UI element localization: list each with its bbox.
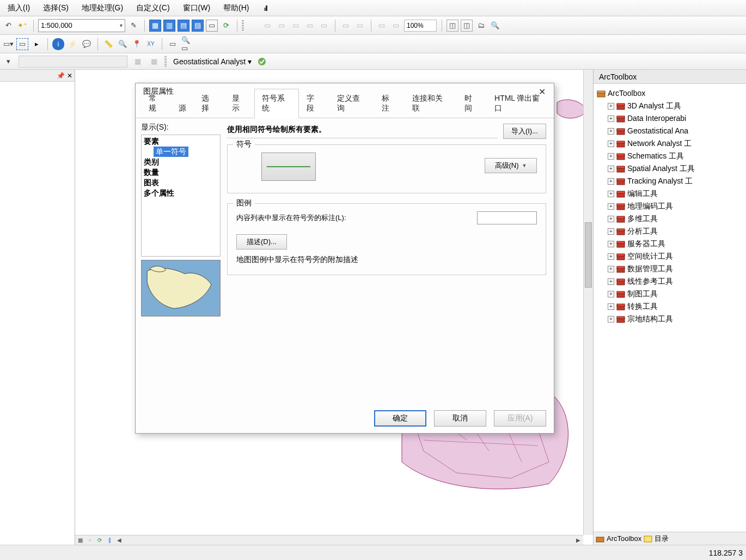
refresh-icon[interactable]: ⟳ <box>95 536 105 545</box>
tab-html-popup[interactable]: HTML 弹出窗口 <box>487 89 554 118</box>
goto-icon[interactable]: 📍 <box>131 38 143 50</box>
add-data-button[interactable]: ✦⁺ <box>16 20 28 32</box>
flash-icon[interactable]: ⚡ <box>66 38 78 50</box>
expander-icon[interactable]: + <box>608 266 614 272</box>
tb-icon[interactable]: ▦ <box>149 20 161 32</box>
tb-icon[interactable]: ▾ <box>2 56 14 68</box>
expander-icon[interactable]: + <box>608 178 614 185</box>
expander-icon[interactable]: + <box>608 141 614 147</box>
tree-categories[interactable]: 类别 <box>144 157 218 167</box>
menu-customize[interactable]: 自定义(C) <box>133 1 173 15</box>
tab-selection[interactable]: 选择 <box>194 89 224 118</box>
tb-icon[interactable]: ⟳ <box>220 20 232 32</box>
zoom-dropdown[interactable]: 100% <box>404 20 437 32</box>
pin-icon[interactable]: 📌 <box>57 72 65 80</box>
editor-toolbar-icon[interactable]: ✎ <box>127 20 139 32</box>
import-button[interactable]: 导入(I)... <box>503 124 546 139</box>
footer-tab-catalog[interactable]: 目录 <box>655 534 669 544</box>
toolbox-item[interactable]: +Schematics 工具 <box>597 150 743 162</box>
toolbox-item[interactable]: +多维工具 <box>597 212 743 225</box>
tree-charts[interactable]: 图表 <box>144 178 218 188</box>
footer-tab-arctoolbox[interactable]: ArcToolbox <box>607 534 641 543</box>
tb-icon[interactable]: ◫ <box>447 20 458 32</box>
toolbox-item[interactable]: +服务器工具 <box>597 238 743 250</box>
toggle-button[interactable] <box>259 2 271 14</box>
tab-definition-query[interactable]: 定义查询 <box>329 89 375 118</box>
tb-icon[interactable]: ▤ <box>178 20 189 32</box>
find-icon[interactable]: 🔍 <box>117 38 129 50</box>
expander-icon[interactable]: + <box>608 241 614 247</box>
expander-icon[interactable]: + <box>608 303 614 310</box>
expander-icon[interactable]: + <box>608 103 614 109</box>
expander-icon[interactable]: + <box>608 253 614 260</box>
geostat-analyst-menu[interactable]: Geostatistical Analyst ▾ <box>173 57 252 66</box>
expander-icon[interactable]: + <box>608 278 614 285</box>
toolbox-item[interactable]: +地理编码工具 <box>597 200 743 212</box>
vertical-scrollbar[interactable] <box>583 70 593 535</box>
toolbox-item[interactable]: +线性参考工具 <box>597 275 743 288</box>
symbol-swatch-button[interactable] <box>261 153 316 181</box>
menu-select[interactable]: 选择(S) <box>40 1 72 15</box>
toolbox-item[interactable]: +空间统计工具 <box>597 250 743 263</box>
tb-icon[interactable]: ▧ <box>192 20 204 32</box>
identify-icon[interactable]: i <box>52 38 64 50</box>
toolbox-item[interactable]: +宗地结构工具 <box>597 313 743 325</box>
expander-icon[interactable]: + <box>608 228 614 235</box>
toolbox-item[interactable]: +编辑工具 <box>597 187 743 200</box>
tab-joins[interactable]: 连接和关联 <box>405 89 457 118</box>
tab-fields[interactable]: 字段 <box>299 89 329 118</box>
select-rect-icon[interactable]: ▭ <box>16 38 28 50</box>
scroll-right-icon[interactable]: ▶ <box>573 536 583 545</box>
arctoolbox-root[interactable]: ArcToolbox <box>597 87 743 100</box>
menu-geoprocessing[interactable]: 地理处理(G) <box>78 1 126 15</box>
expander-icon[interactable]: + <box>608 115 614 122</box>
map-scale-dropdown[interactable]: 1:500,000 ▾ <box>38 19 125 32</box>
toolbox-item[interactable]: +3D Analyst 工具 <box>597 100 743 112</box>
undo-button[interactable]: ↶ <box>2 20 14 32</box>
tab-source[interactable]: 源 <box>171 99 194 118</box>
tree-features[interactable]: 要素 <box>144 136 218 147</box>
menu-help[interactable]: 帮助(H) <box>220 1 252 15</box>
expander-icon[interactable]: + <box>608 216 614 222</box>
toolbox-item[interactable]: +转换工具 <box>597 300 743 313</box>
tree-single-symbol[interactable]: 单一符号 <box>154 147 188 157</box>
advanced-button[interactable]: 高级(N) ▼ <box>485 158 537 173</box>
view-data-icon[interactable]: ▦ <box>75 536 85 545</box>
symbology-tree[interactable]: 要素 单一符号 类别 数量 图表 多个属性 <box>141 135 221 257</box>
toolbox-item[interactable]: +数据管理工具 <box>597 263 743 275</box>
cancel-button[interactable]: 取消 <box>434 410 486 427</box>
tb-icon[interactable]: 🔍▭ <box>181 38 193 50</box>
tree-quantities[interactable]: 数量 <box>144 167 218 178</box>
toolbox-item[interactable]: +Tracking Analyst 工 <box>597 175 743 187</box>
horizontal-scrollbar[interactable]: ▦ ▫ ⟳ ‖ ◀ ▶ <box>75 535 583 545</box>
ok-button[interactable]: 确定 <box>374 410 426 427</box>
toolbox-item[interactable]: +Data Interoperabi <box>597 112 743 125</box>
tab-symbology[interactable]: 符号系统 <box>254 89 299 118</box>
menu-insert[interactable]: 插入(I) <box>4 1 33 15</box>
tb-icon[interactable]: 🗂 <box>475 20 487 32</box>
scroll-left-icon[interactable]: ◀ <box>114 536 124 545</box>
measure-icon[interactable]: 📏 <box>102 38 114 50</box>
tb-icon[interactable]: 🔍 <box>489 20 501 32</box>
tb-icon[interactable]: ◫ <box>461 20 473 32</box>
geostat-layer-dropdown[interactable] <box>19 56 127 68</box>
toolbox-item[interactable]: +Network Analyst 工 <box>597 137 743 150</box>
tab-labels[interactable]: 标注 <box>374 89 404 118</box>
toolbox-item[interactable]: +Spatial Analyst 工具 <box>597 162 743 175</box>
menu-window[interactable]: 窗口(W) <box>180 1 214 15</box>
tree-multiple-attributes[interactable]: 多个属性 <box>144 188 218 198</box>
tab-display[interactable]: 显示 <box>224 89 254 118</box>
time-slider-icon[interactable]: ▭ <box>167 38 179 50</box>
geostat-wizard-icon[interactable] <box>256 56 268 68</box>
expander-icon[interactable]: + <box>608 203 614 210</box>
arctoolbox-tree[interactable]: ArcToolbox +3D Analyst 工具+Data Interoper… <box>594 84 746 328</box>
view-layout-icon[interactable]: ▫ <box>85 536 95 545</box>
pointer-icon[interactable]: ▸ <box>30 38 42 50</box>
expander-icon[interactable]: + <box>608 191 614 197</box>
tab-general[interactable]: 常规 <box>141 89 171 118</box>
expander-icon[interactable]: + <box>608 316 614 322</box>
tb-icon[interactable]: ▥ <box>163 20 175 32</box>
toolbox-item[interactable]: +制图工具 <box>597 288 743 300</box>
toolbox-item[interactable]: +Geostatistical Ana <box>597 125 743 137</box>
expander-icon[interactable]: + <box>608 153 614 160</box>
